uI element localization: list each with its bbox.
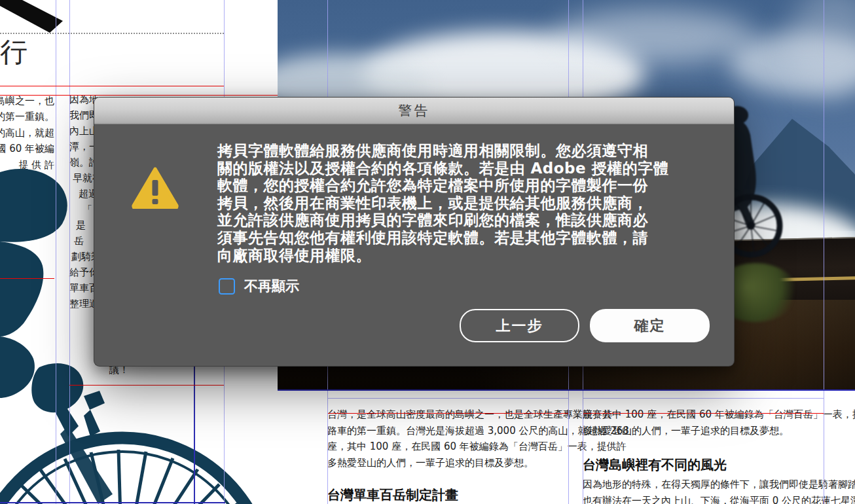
application-window: 行 的島嶼之一，也車的第一重鎮。尺的高山，就超民國 60 年被編提 供 許 因為… <box>0 0 855 504</box>
text-line: 車的第一重鎮。 <box>0 109 55 125</box>
dialog-message: 拷貝字體軟體給服務供應商使用時適用相關限制。您必須遵守相關的版權法以及授權合約的… <box>217 141 715 262</box>
dialog-title-bar[interactable]: 警告 <box>94 98 734 124</box>
dont-show-again-row: 不再顯示 <box>219 278 299 295</box>
dialog-message-line: 並允許該供應商使用拷貝的字體來印刷您的檔案，惟該供應商必 <box>217 210 715 228</box>
confirm-button[interactable]: 確定 <box>590 309 710 342</box>
margin-guide-red <box>0 95 278 96</box>
margin-guide-red <box>69 385 224 386</box>
text-line: 的島嶼之一，也 <box>0 94 55 109</box>
dotted-rule <box>0 33 224 34</box>
column-guide <box>56 0 56 504</box>
dialog-message-line: 拷貝，然後用在商業性印表機上，或是提供給其他服務供應商， <box>217 193 715 211</box>
margin-guide-red <box>0 278 54 279</box>
dialog-message-line: 須事先告知您他有權利使用該特定軟體。若是其他字體軟體，請 <box>217 228 715 245</box>
dont-show-again-checkbox[interactable] <box>219 278 235 295</box>
text-frame-border <box>327 398 569 504</box>
margin-guide-red <box>0 86 224 86</box>
text-line: 尺的高山，就超 <box>0 126 55 141</box>
dont-show-again-label[interactable]: 不再顯示 <box>244 277 299 295</box>
dialog-title: 警告 <box>399 101 430 120</box>
page-edge-line <box>278 389 855 391</box>
text-line: 民國 60 年被編 <box>0 141 55 157</box>
dialog-message-line: 關的版權法以及授權合約的各項條款。若是由 Adobe 授權的字體 <box>217 158 715 176</box>
left-text-column: 的島嶼之一，也車的第一重鎮。尺的高山，就超民國 60 年被編提 供 許 <box>0 94 55 173</box>
frame-edge-vertical <box>194 367 195 504</box>
warning-icon <box>132 167 179 209</box>
text-frame-border <box>583 398 824 504</box>
page-edge-line <box>0 502 225 503</box>
dialog-message-line: 拷貝字體軟體給服務供應商使用時適用相關限制。您必須遵守相 <box>217 141 715 158</box>
masthead-character: 行 <box>0 34 29 71</box>
previous-button[interactable]: 上一步 <box>460 309 579 342</box>
warning-dialog: 警告 拷貝字體軟體給服務供應商使用時適用相關限制。您必須遵守相關的版權法以及授權… <box>94 97 735 367</box>
dialog-message-line: 軟體，您的授權合約允許您為特定檔案中所使用的字體製作一份 <box>217 175 715 193</box>
column-guide <box>69 0 70 504</box>
dialog-message-line: 向廠商取得使用權限。 <box>217 245 715 263</box>
